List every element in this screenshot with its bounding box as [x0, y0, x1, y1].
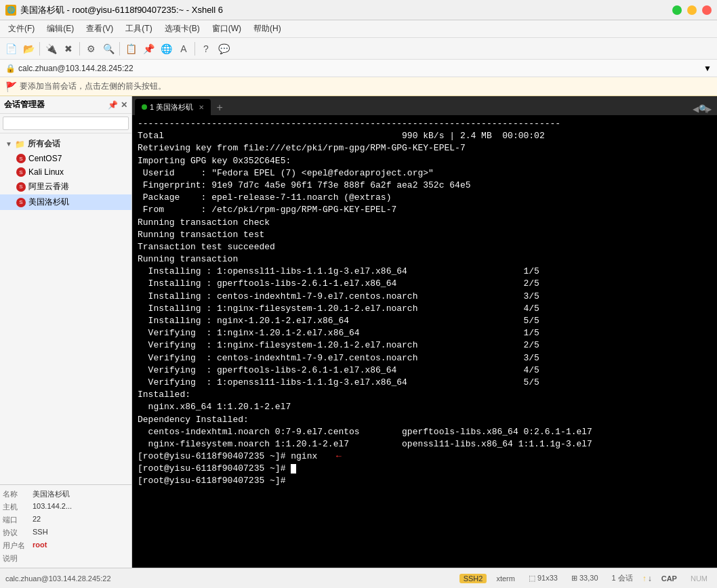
terminal-line: ----------------------------------------…: [138, 118, 712, 130]
copy-button[interactable]: 📋: [123, 41, 139, 57]
session-label-aliyun: 阿里云香港: [28, 181, 69, 192]
status-size: ⬚ 91x33: [525, 573, 562, 583]
status-session-count: 1 会话: [608, 572, 637, 584]
terminal-line: [root@yisu-6118f90407235 ~]#: [138, 475, 712, 487]
terminal-line: Verifying : gperftools-libs-2.6.1-1.el7.…: [138, 364, 712, 377]
terminal-output[interactable]: ----------------------------------------…: [132, 115, 717, 568]
menu-edit[interactable]: 编辑(E): [41, 22, 79, 36]
terminal-line: Fingerprint: 91e9 7d7c 4a5e 96f1 7f3e 88…: [138, 180, 712, 192]
status-cap: CAP: [657, 574, 681, 583]
chat-button[interactable]: 💬: [216, 41, 232, 57]
sidebar-item-us-la[interactable]: S 美国洛杉矶: [0, 194, 131, 210]
info-row-host: 主机 103.144.2...: [3, 501, 129, 513]
folder-icon: 📁: [15, 140, 25, 149]
pos-value: 33,30: [579, 574, 598, 582]
window-controls: [672, 5, 712, 15]
session-search-input[interactable]: [3, 117, 129, 130]
info-text: 要添加当前会话，点击左侧的箭头按钮。: [20, 81, 166, 92]
title-bar: 🌐 美国洛杉矶 - root@yisu-6118f90407235:~ - Xs…: [0, 0, 717, 20]
status-xterm: xterm: [492, 574, 519, 583]
connect-button[interactable]: 🔌: [43, 41, 59, 57]
menu-window[interactable]: 窗口(W): [207, 22, 247, 36]
settings-button[interactable]: ⚙: [83, 41, 99, 57]
sidebar-header-icons: 📌 ✕: [108, 100, 127, 110]
info-value-username: root: [33, 541, 47, 551]
menu-view[interactable]: 查看(V): [81, 22, 119, 36]
terminal-line: Verifying : 1:openssl11-libs-1.1.1g-3.el…: [138, 377, 712, 389]
status-up-dn: ↑ ↓: [642, 574, 652, 583]
status-connection: calc.zhuan@103.144.28.245:22: [5, 574, 111, 583]
sidebar-tree: ▼ 📁 所有会话 S CentOS7 S Kali Linux S 阿里云香港 …: [0, 133, 131, 484]
info-label-desc: 说明: [3, 553, 30, 564]
terminal-line: From : /etc/pki/rpm-gpg/RPM-GPG-KEY-EPEL…: [138, 204, 712, 216]
sidebar-search: 🔍: [0, 114, 131, 133]
address-icon: 🔒: [5, 64, 16, 73]
search-icon: 🔍: [699, 104, 709, 114]
session-info-panel: 名称 美国洛杉矶 主机 103.144.2... 端口 22 协议 SSH 用户…: [0, 484, 131, 568]
tab-close-button[interactable]: ✕: [199, 104, 204, 111]
tab-add-button[interactable]: +: [212, 100, 227, 115]
globe-button[interactable]: 🌐: [158, 41, 174, 57]
terminal-cursor: [291, 464, 296, 474]
help-button[interactable]: ?: [198, 41, 214, 57]
pin-icon[interactable]: 📌: [108, 100, 118, 110]
info-value-host: 103.144.2...: [33, 502, 72, 512]
paste-button[interactable]: 📌: [140, 41, 157, 57]
find-button[interactable]: 🔍: [100, 41, 117, 57]
info-row-name: 名称 美国洛杉矶: [3, 488, 129, 501]
tab-us-la[interactable]: 1 美国洛杉矶 ✕: [135, 99, 211, 115]
sidebar-item-centos7[interactable]: S CentOS7: [0, 152, 131, 165]
sidebar-item-kali-linux[interactable]: S Kali Linux: [0, 165, 131, 179]
info-label-username: 用户名: [3, 541, 30, 551]
terminal-icon: ⬚: [529, 574, 535, 582]
address-input[interactable]: calc.zhuan@103.144.28.245:22: [18, 64, 701, 73]
session-icon-centos7: S: [16, 154, 26, 163]
menu-file[interactable]: 文件(F): [3, 22, 40, 36]
terminal-line: Installing : nginx-1.20.1-2.el7.x86_64 5…: [138, 315, 712, 327]
terminal-line: Dependency Installed:: [138, 414, 712, 426]
info-row-protocol: 协议 SSH: [3, 526, 129, 539]
close-sidebar-icon[interactable]: ✕: [121, 100, 127, 110]
menu-tabs[interactable]: 选项卡(B): [159, 22, 205, 36]
tab-label-us-la: 1 美国洛杉矶: [150, 102, 193, 112]
session-label-centos7: CentOS7: [28, 154, 62, 163]
new-session-button[interactable]: 📄: [3, 41, 19, 57]
toolbar-separator-3: [119, 42, 120, 56]
status-bar: calc.zhuan@103.144.28.245:22 SSH2 xterm …: [0, 568, 717, 588]
sidebar-title: 会话管理器: [4, 99, 45, 110]
font-button[interactable]: A: [176, 41, 192, 57]
status-num: NUM: [687, 574, 712, 583]
address-dropdown-icon[interactable]: ▼: [703, 64, 712, 73]
terminal-line: Verifying : 1:nginx-filesystem-1.20.1-2.…: [138, 339, 712, 352]
terminal-line: [root@yisu-6118f90407235 ~]#: [138, 463, 712, 475]
terminal-line: Running transaction test: [138, 229, 712, 241]
terminal-line: Installed:: [138, 389, 712, 401]
close-button[interactable]: [702, 5, 712, 15]
minimize-button[interactable]: [687, 5, 697, 15]
sidebar-item-aliyun-hk[interactable]: S 阿里云香港: [0, 179, 131, 194]
menu-help[interactable]: 帮助(H): [248, 22, 287, 36]
info-row-desc: 说明: [3, 552, 129, 565]
sidebar-header: 会话管理器 📌 ✕: [0, 96, 131, 114]
terminal-line: Total 990 kB/s | 2.4 MB 00:00:02: [138, 130, 712, 142]
prompt-text: [root@yisu-6118f90407235 ~]#: [138, 463, 291, 474]
open-button[interactable]: 📂: [20, 41, 37, 57]
menu-tools[interactable]: 工具(T): [120, 22, 157, 36]
terminal-line: Installing : gperftools-libs-2.6.1-1.el7…: [138, 278, 712, 290]
maximize-button[interactable]: [672, 5, 682, 15]
info-bar: 🚩 要添加当前会话，点击左侧的箭头按钮。: [0, 77, 717, 96]
sidebar-item-all-sessions[interactable]: ▼ 📁 所有会话: [0, 136, 131, 152]
terminal-line: Verifying : centos-indexhtml-7-9.el7.cen…: [138, 352, 712, 364]
session-icon-usla: S: [16, 198, 26, 207]
info-row-port: 端口 22: [3, 513, 129, 526]
terminal-line: Userid : "Fedora EPEL (7) <epel@fedorapr…: [138, 167, 712, 180]
session-icon-kali: S: [16, 167, 26, 177]
status-ssh: SSH2: [459, 574, 487, 583]
size-value: 91x33: [537, 574, 558, 582]
tab-bar: 1 美国洛杉矶 ✕ + ◀ ▶: [132, 96, 717, 115]
terminal-line: Transaction test succeeded: [138, 241, 712, 253]
terminal-line: nginx.x86_64 1:1.20.1-2.el7: [138, 401, 712, 413]
main-area: 会话管理器 📌 ✕ 🔍 ▼ 📁 所有会话 S CentOS7 S Kali Li…: [0, 96, 717, 568]
disconnect-button[interactable]: ✖: [60, 41, 77, 57]
terminal-line: [root@yisu-6118f90407235 ~]# nginx ←: [138, 450, 712, 463]
